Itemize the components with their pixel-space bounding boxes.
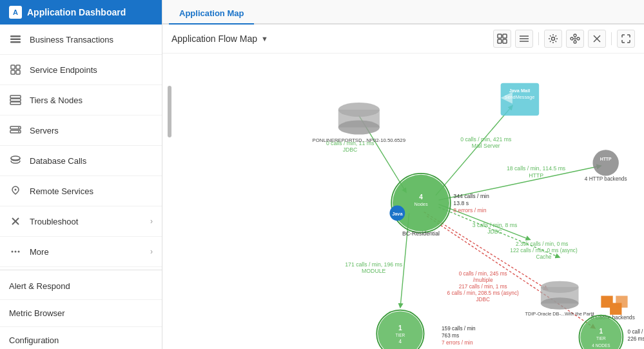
svg-point-12 bbox=[18, 127, 19, 128]
svg-rect-1 bbox=[10, 39, 21, 41]
svg-text:Java: Java bbox=[392, 211, 403, 217]
flow-map-header: Application Flow Map ▼ bbox=[162, 25, 644, 54]
svg-rect-23 bbox=[498, 39, 502, 43]
svg-text:217 calls / min, 1 ms: 217 calls / min, 1 ms bbox=[459, 284, 507, 290]
svg-point-86 bbox=[541, 297, 579, 309]
sidebar-item-business-transactions[interactable]: Business Transactions bbox=[0, 25, 162, 55]
more-icon bbox=[9, 245, 22, 258]
scroll-indicator bbox=[168, 86, 171, 137]
svg-text:226 ms: 226 ms bbox=[628, 336, 644, 342]
sidebar-item-tiers-nodes[interactable]: Tiers & Nodes bbox=[0, 85, 162, 115]
svg-point-14 bbox=[11, 156, 20, 160]
flow-map-svg: 0 calls / min, 11 ms JDBC 0 calls / min,… bbox=[162, 54, 644, 349]
expand-button[interactable] bbox=[617, 30, 635, 48]
svg-line-40 bbox=[436, 106, 512, 195]
svg-text:13.8 s: 13.8 s bbox=[453, 200, 469, 206]
svg-rect-5 bbox=[11, 70, 15, 74]
svg-text:0 calls / min, 421 ms: 0 calls / min, 421 ms bbox=[460, 136, 512, 143]
toolbar-icons bbox=[493, 30, 635, 48]
database-calls-icon bbox=[9, 154, 22, 167]
svg-text:763 ms: 763 ms bbox=[442, 333, 459, 339]
svg-text:159 calls / min: 159 calls / min bbox=[442, 326, 476, 332]
flow-map-svg-container[interactable]: 0 calls / min, 11 ms JDBC 0 calls / min,… bbox=[162, 54, 644, 349]
business-transactions-icon bbox=[9, 33, 22, 46]
more-chevron: › bbox=[150, 247, 153, 256]
service-endpoints-icon bbox=[9, 63, 22, 76]
svg-text:6 calls / min, 208.5 ms (async: 6 calls / min, 208.5 ms (async) bbox=[447, 290, 519, 296]
flow-map-title-text: Application Flow Map bbox=[171, 34, 257, 44]
svg-rect-9 bbox=[10, 102, 21, 105]
sidebar-item-configuration[interactable]: Configuration bbox=[0, 327, 162, 349]
svg-rect-21 bbox=[498, 34, 502, 38]
svg-text:MODULE: MODULE bbox=[362, 268, 385, 274]
flow-map-container: Application Flow Map ▼ bbox=[162, 25, 644, 349]
layout-button[interactable] bbox=[566, 30, 584, 48]
svg-point-29 bbox=[571, 37, 573, 40]
svg-point-19 bbox=[15, 251, 17, 253]
svg-text:JDBC: JDBC bbox=[343, 146, 358, 153]
sidebar-item-more[interactable]: More › bbox=[0, 237, 162, 267]
svg-point-18 bbox=[12, 251, 14, 253]
tab-application-map[interactable]: Application Map bbox=[169, 3, 254, 25]
flow-map-dropdown-icon[interactable]: ▼ bbox=[261, 35, 268, 43]
svg-text:1: 1 bbox=[600, 328, 603, 335]
svg-text:Java Mail: Java Mail bbox=[509, 88, 531, 94]
metric-browser-label: Metric Browser bbox=[9, 308, 65, 318]
svg-text:HTTP: HTTP bbox=[529, 172, 543, 179]
alert-respond-label: Alert & Respond bbox=[9, 281, 70, 291]
flow-map-title: Application Flow Map ▼ bbox=[171, 34, 268, 44]
map-view-button[interactable] bbox=[493, 30, 511, 48]
svg-text:TIER: TIER bbox=[396, 333, 405, 337]
sidebar-item-label: Servers bbox=[30, 126, 153, 135]
svg-text:/multiple: /multiple bbox=[473, 277, 493, 283]
sidebar-divider bbox=[0, 270, 162, 270]
svg-text:4: 4 bbox=[399, 339, 402, 344]
svg-point-20 bbox=[18, 251, 20, 253]
svg-point-31 bbox=[577, 37, 580, 40]
main-content: Application Map Application Flow Map ▼ bbox=[162, 0, 644, 349]
sidebar-item-database-calls[interactable]: Database Calls bbox=[0, 146, 162, 176]
sidebar-item-servers[interactable]: Servers bbox=[0, 115, 162, 146]
svg-text:PONLINEREPORTSD...NP02-10.50.6: PONLINEREPORTSD...NP02-10.50.6529 bbox=[313, 137, 405, 143]
sidebar-item-label: More bbox=[30, 247, 142, 257]
svg-rect-2 bbox=[10, 41, 21, 43]
servers-icon bbox=[9, 124, 22, 137]
svg-rect-8 bbox=[10, 99, 21, 101]
svg-rect-22 bbox=[503, 34, 507, 38]
svg-text:4 NODES: 4 NODES bbox=[592, 343, 610, 348]
sidebar-item-service-endpoints[interactable]: Service Endpoints bbox=[0, 55, 162, 85]
settings-button[interactable] bbox=[544, 30, 562, 48]
svg-point-28 bbox=[552, 37, 555, 41]
sidebar-item-label: Service Endpoints bbox=[30, 65, 153, 75]
svg-rect-4 bbox=[16, 65, 20, 69]
svg-text:344 calls / min: 344 calls / min bbox=[453, 193, 489, 199]
svg-rect-24 bbox=[503, 39, 507, 43]
sidebar-title: Application Dashboard bbox=[27, 7, 126, 17]
sidebar-item-remote-services[interactable]: Remote Services bbox=[0, 176, 162, 206]
svg-rect-7 bbox=[10, 95, 21, 98]
close-button[interactable] bbox=[588, 30, 606, 48]
sidebar: A Application Dashboard Business Transac… bbox=[0, 0, 162, 349]
svg-text:3 calls / min, 8 ms: 3 calls / min, 8 ms bbox=[473, 222, 518, 228]
configuration-label: Configuration bbox=[9, 335, 59, 345]
sidebar-item-troubleshoot[interactable]: Troubleshoot › bbox=[0, 206, 162, 237]
sidebar-item-label: Tiers & Nodes bbox=[30, 95, 153, 105]
sidebar-item-metric-browser[interactable]: Metric Browser bbox=[0, 300, 162, 327]
svg-point-65 bbox=[338, 121, 380, 135]
svg-rect-90 bbox=[616, 296, 627, 308]
app-icon: A bbox=[9, 6, 22, 19]
svg-rect-6 bbox=[16, 70, 20, 74]
svg-text:171 calls / min, 196 ms: 171 calls / min, 196 ms bbox=[345, 261, 402, 268]
sidebar-item-label: Remote Services bbox=[30, 186, 153, 196]
svg-text:HTTP: HTTP bbox=[600, 157, 612, 161]
list-view-button[interactable] bbox=[515, 30, 533, 48]
svg-text:Nodes: Nodes bbox=[414, 201, 427, 207]
svg-point-13 bbox=[18, 131, 19, 132]
svg-text:18 calls / min, 114.5 ms: 18 calls / min, 114.5 ms bbox=[507, 165, 566, 172]
svg-text:Mail Server: Mail Server bbox=[472, 143, 500, 149]
svg-text:0 calls / min, 245 ms: 0 calls / min, 245 ms bbox=[459, 271, 507, 277]
sidebar-item-label: Database Calls bbox=[30, 156, 153, 166]
sidebar-item-alert-respond[interactable]: Alert & Respond bbox=[0, 273, 162, 300]
sidebar-header: A Application Dashboard bbox=[0, 0, 162, 25]
svg-text:Cache: Cache bbox=[536, 254, 552, 260]
